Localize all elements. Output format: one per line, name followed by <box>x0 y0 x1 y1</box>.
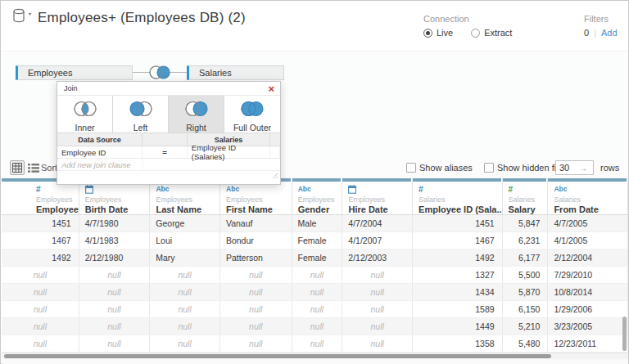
grid-cell[interactable]: Female <box>292 232 343 249</box>
grid-cell[interactable]: null <box>342 284 413 300</box>
join-type-inner[interactable]: Inner <box>57 96 113 133</box>
grid-cell[interactable]: 10/8/2014 <box>548 284 628 300</box>
join-type-full[interactable]: Full Outer <box>224 96 280 133</box>
grid-cell[interactable]: null <box>342 318 413 335</box>
grid-cell[interactable]: 1467 <box>413 232 503 249</box>
grid-cell[interactable]: 5,480 <box>503 335 549 352</box>
grid-cell[interactable]: 6,150 <box>503 301 549 317</box>
grid-cell[interactable]: null <box>79 335 151 352</box>
canvas-table-salaries[interactable]: Salaries <box>187 65 284 80</box>
grid-cell[interactable]: null <box>150 335 220 352</box>
grid-cell[interactable]: null <box>150 301 220 317</box>
grid-cell[interactable]: 1/29/2006 <box>548 301 628 317</box>
grid-cell[interactable]: null <box>220 318 292 335</box>
grid-cell[interactable]: 4/1/2005 <box>548 232 628 249</box>
grid-cell[interactable]: 1467 <box>2 232 79 249</box>
grid-cell[interactable]: Loui <box>150 232 220 249</box>
grid-cell[interactable]: null <box>79 318 151 335</box>
grid-cell[interactable]: 5,870 <box>503 284 549 300</box>
grid-cell[interactable]: Patterson <box>220 249 292 266</box>
grid-cell[interactable]: Vanauf <box>220 215 292 231</box>
grid-cell[interactable]: null <box>2 335 79 352</box>
show-hidden-fields-checkbox[interactable] <box>484 163 494 173</box>
grid-cell[interactable]: 4/1/2007 <box>342 232 413 249</box>
grid-cell[interactable]: 12/23/2011 <box>548 335 628 352</box>
grid-cell[interactable]: 5,847 <box>503 215 549 231</box>
grid-cell[interactable]: 1492 <box>413 249 503 266</box>
column-header-from-date[interactable]: AbcSalariesFrom Date <box>548 178 628 214</box>
clause-left-field[interactable]: Employee ID <box>57 146 143 158</box>
datasource-menu-caret-icon[interactable]: ▾ <box>29 11 31 16</box>
grid-cell[interactable]: 2/12/2004 <box>548 249 628 266</box>
grid-cell[interactable]: null <box>220 335 292 352</box>
grid-cell[interactable]: 1451 <box>2 215 79 231</box>
grid-cell[interactable]: Male <box>292 215 343 231</box>
grid-cell[interactable]: null <box>292 267 343 283</box>
radio-live-icon[interactable] <box>423 29 432 38</box>
grid-cell[interactable]: 5,210 <box>503 318 549 335</box>
grid-cell[interactable]: 6,177 <box>503 249 549 266</box>
grid-cell[interactable]: 1492 <box>2 249 79 266</box>
grid-cell[interactable]: 5,500 <box>503 267 549 283</box>
radio-option-live[interactable]: Live <box>423 28 453 38</box>
grid-cell[interactable]: null <box>342 335 413 352</box>
vertical-scrollbar-thumb[interactable] <box>622 317 627 351</box>
grid-cell[interactable]: 4/7/2004 <box>342 215 413 231</box>
grid-cell[interactable]: 1358 <box>413 335 503 352</box>
grid-cell[interactable]: null <box>220 301 292 317</box>
grid-view-button[interactable] <box>10 160 25 175</box>
grid-cell[interactable]: 1434 <box>413 284 503 300</box>
grid-cell[interactable]: 4/1/1983 <box>79 232 151 249</box>
column-header-gender[interactable]: AbcEmployeesGender <box>292 178 343 214</box>
clause-right-field[interactable]: Employee ID (Salaries) <box>188 146 270 158</box>
grid-cell[interactable]: 1589 <box>413 301 503 317</box>
add-join-clause-placeholder[interactable]: Add new join clause <box>57 159 143 170</box>
radio-extract-icon[interactable] <box>471 29 480 38</box>
grid-cell[interactable]: 3/23/2005 <box>548 318 628 335</box>
grid-cell[interactable]: 7/29/2010 <box>548 267 628 283</box>
grid-cell[interactable]: Bondur <box>220 232 292 249</box>
clause-operator[interactable]: = <box>143 146 188 158</box>
grid-cell[interactable]: 4/7/2005 <box>548 215 628 231</box>
grid-cell[interactable]: null <box>292 284 343 300</box>
grid-cell[interactable]: null <box>79 301 151 317</box>
grid-cell[interactable]: Mary <box>150 249 220 266</box>
grid-cell[interactable]: null <box>342 267 413 283</box>
grid-cell[interactable]: null <box>79 267 151 283</box>
horizontal-scrollbar-thumb[interactable] <box>4 354 551 358</box>
metadata-view-button[interactable] <box>27 162 40 173</box>
dialog-resize-grip[interactable] <box>272 168 278 182</box>
grid-cell[interactable]: null <box>2 267 79 283</box>
radio-option-extract[interactable]: Extract <box>471 28 512 38</box>
join-type-left[interactable]: Left <box>113 96 169 133</box>
grid-cell[interactable]: null <box>2 284 79 300</box>
column-header-employee-id-sala[interactable]: #SalariesEmployee ID (Sala... <box>413 178 503 214</box>
grid-cell[interactable]: 1327 <box>413 267 503 283</box>
grid-cell[interactable]: null <box>150 267 220 283</box>
grid-cell[interactable]: null <box>2 318 79 335</box>
grid-cell[interactable]: null <box>342 301 413 317</box>
rows-count-input[interactable] <box>556 163 579 173</box>
grid-cell[interactable]: null <box>220 284 292 300</box>
grid-cell[interactable]: null <box>220 267 292 283</box>
show-aliases-label[interactable]: Show aliases <box>419 163 473 173</box>
column-header-salary[interactable]: #SalariesSalary <box>503 178 549 214</box>
grid-cell[interactable]: 1449 <box>413 318 503 335</box>
grid-cell[interactable]: null <box>292 301 343 317</box>
grid-cell[interactable]: null <box>150 284 220 300</box>
grid-cell[interactable]: 6,231 <box>503 232 549 249</box>
grid-cell[interactable]: null <box>2 301 79 317</box>
grid-cell[interactable]: 1451 <box>413 215 503 231</box>
canvas-table-employees[interactable]: Employees <box>16 65 133 80</box>
grid-cell[interactable]: 2/12/1980 <box>79 249 151 266</box>
filters-add-link[interactable]: Add <box>601 28 618 38</box>
show-aliases-checkbox[interactable] <box>406 163 416 173</box>
grid-cell[interactable]: null <box>79 284 151 300</box>
column-header-hire-date[interactable]: EmployeesHire Date <box>342 178 413 214</box>
grid-cell[interactable]: null <box>150 318 220 335</box>
join-type-right[interactable]: Right <box>169 96 224 133</box>
grid-cell[interactable]: null <box>292 318 343 335</box>
grid-cell[interactable]: George <box>150 215 220 231</box>
rows-go-arrow-icon[interactable]: → <box>579 164 587 173</box>
grid-cell[interactable]: 2/12/2003 <box>342 249 413 266</box>
